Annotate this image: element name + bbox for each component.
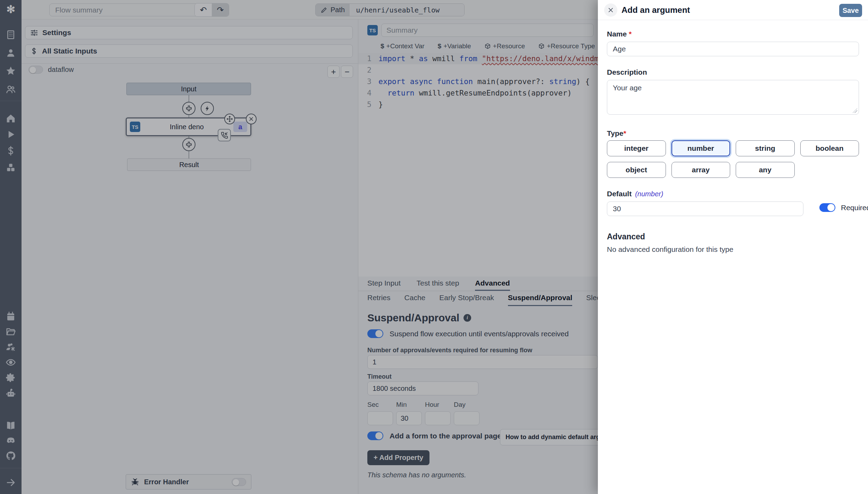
flow-node-input[interactable]: Input — [126, 83, 251, 95]
github-icon[interactable] — [6, 451, 16, 461]
subtab-sleep[interactable]: Sleep — [586, 291, 598, 306]
info-icon[interactable]: i — [464, 314, 471, 322]
add-resource-button[interactable]: +Resource — [484, 42, 525, 50]
favorites-star-icon[interactable] — [6, 66, 16, 76]
dataflow-row: dataflow — [28, 66, 74, 74]
tab-step-input[interactable]: Step Input — [367, 277, 401, 291]
user-icon[interactable] — [6, 48, 16, 58]
path-value: u/henri/useable_flow — [350, 4, 464, 16]
delete-node-button[interactable] — [246, 114, 257, 124]
close-icon[interactable] — [604, 3, 617, 17]
add-variable-button[interactable]: $+Variable — [438, 42, 471, 50]
required-toggle[interactable] — [819, 203, 835, 212]
divider — [22, 63, 358, 64]
discord-icon[interactable] — [6, 435, 16, 446]
typescript-badge: TS — [367, 25, 378, 35]
sec-input[interactable] — [367, 411, 393, 425]
robot-icon[interactable] — [6, 388, 16, 399]
summary-input[interactable]: Summary — [381, 24, 594, 37]
name-label: Name * — [607, 30, 632, 38]
dynamic-default-args-button[interactable]: How to add dynamic default args — [500, 429, 598, 445]
trigger-bolt-button[interactable] — [201, 102, 214, 115]
hour-input[interactable] — [425, 411, 451, 425]
add-step-button[interactable] — [182, 102, 195, 115]
approval-form-toggle[interactable] — [367, 431, 383, 440]
runs-play-icon[interactable] — [6, 129, 16, 140]
undo-button[interactable]: ↶ — [195, 3, 212, 16]
flow-settings-button[interactable]: Settings — [25, 26, 353, 39]
move-node-handle[interactable] — [224, 114, 235, 124]
save-button[interactable]: Save — [839, 4, 862, 17]
timeout-sec-block: Sec — [367, 401, 393, 425]
audit-eye-icon[interactable] — [6, 357, 16, 368]
step-editor-panel: TS Summary $+Context Var $+Variable +Res… — [358, 19, 598, 494]
type-integer-button[interactable]: integer — [607, 140, 666, 156]
section-title: Suspend/Approval i — [367, 312, 598, 324]
code-line[interactable]: 4 return wmill.getResumeEndpoints(approv… — [358, 87, 598, 99]
add-resource-type-button[interactable]: +Resource Type — [538, 42, 595, 50]
default-input[interactable]: 30 — [607, 201, 803, 216]
form-toggle-row: Add a form to the approval page — [367, 431, 501, 440]
settings-gear-icon[interactable] — [6, 372, 16, 383]
undo-redo-group: ↶ ↷ — [194, 3, 229, 17]
add-step-button[interactable] — [182, 138, 195, 151]
sliders-icon — [30, 29, 38, 37]
subtab-suspend-approval[interactable]: Suspend/Approval — [508, 291, 573, 306]
type-object-button[interactable]: object — [607, 162, 666, 178]
zoom-in-button[interactable]: + — [327, 66, 340, 78]
flow-node-result[interactable]: Result — [127, 158, 251, 171]
subtab-cache[interactable]: Cache — [404, 291, 426, 306]
empty-schema-text: This schema has no arguments. — [367, 471, 466, 479]
suspend-enable-toggle[interactable] — [367, 329, 383, 338]
windmill-logo-icon[interactable]: ✻ — [6, 4, 15, 15]
code-line[interactable]: 1import * as wmill from "https://deno.la… — [358, 53, 598, 64]
code-editor[interactable]: 1import * as wmill from "https://deno.la… — [358, 53, 598, 277]
type-label: Type* — [607, 129, 626, 138]
typescript-badge: TS — [130, 122, 140, 132]
docs-book-icon[interactable] — [6, 420, 16, 431]
type-any-button[interactable]: any — [736, 162, 795, 178]
tab-test-this-step[interactable]: Test this step — [417, 277, 459, 291]
workers-users-gear-icon[interactable] — [6, 342, 16, 352]
name-input[interactable]: Age — [607, 42, 859, 56]
code-line[interactable]: 5} — [358, 99, 598, 110]
resize-handle[interactable] — [852, 108, 857, 113]
tab-advanced[interactable]: Advanced — [475, 277, 510, 291]
dataflow-toggle[interactable] — [28, 66, 43, 74]
sidebar-divider — [0, 468, 22, 468]
schedules-calendar-icon[interactable] — [6, 311, 16, 322]
variables-dollar-icon[interactable] — [6, 146, 16, 156]
flow-panel: Settings All Static Inputs dataflow + − … — [22, 19, 358, 494]
flow-summary-input[interactable]: Flow summary — [49, 3, 207, 16]
path-field[interactable]: Path u/henri/useable_flow — [315, 3, 465, 16]
collapse-arrow-right-icon[interactable] — [6, 477, 16, 488]
add-property-button[interactable]: + Add Property — [367, 450, 429, 465]
add-context-var-button[interactable]: $+Context Var — [381, 42, 425, 50]
type-string-button[interactable]: string — [736, 140, 795, 156]
type-boolean-button[interactable]: boolean — [800, 140, 859, 156]
type-number-button[interactable]: number — [671, 140, 731, 156]
workspace-building-icon[interactable] — [6, 30, 16, 40]
error-handler-node[interactable]: Error Handler — [126, 474, 251, 489]
error-handler-toggle[interactable] — [232, 478, 246, 486]
subtab-retries[interactable]: Retries — [367, 291, 391, 306]
code-line[interactable]: 3export async function main(approver?: s… — [358, 76, 598, 87]
timeout-input[interactable]: 1800 seconds — [367, 381, 478, 395]
description-textarea[interactable]: Your age — [607, 80, 859, 115]
zoom-out-button[interactable]: − — [341, 66, 353, 78]
min-input[interactable]: 30 — [396, 411, 422, 425]
groups-icon[interactable] — [6, 84, 16, 94]
all-static-inputs-button[interactable]: All Static Inputs — [25, 44, 353, 58]
subtab-early-stop[interactable]: Early Stop/Break — [439, 291, 494, 306]
type-array-button[interactable]: array — [671, 162, 731, 178]
timeout-day-block: Day — [454, 401, 479, 425]
redo-button[interactable]: ↷ — [212, 3, 229, 16]
default-type-hint: (number) — [635, 190, 663, 198]
resources-cubes-icon[interactable] — [6, 162, 16, 173]
suspend-phone-badge[interactable] — [218, 129, 231, 141]
home-icon[interactable] — [6, 113, 16, 124]
day-input[interactable] — [454, 411, 479, 425]
code-line[interactable]: 2 — [358, 64, 598, 76]
folders-icon[interactable] — [6, 327, 16, 337]
approvals-count-input[interactable]: 1 — [367, 355, 598, 369]
